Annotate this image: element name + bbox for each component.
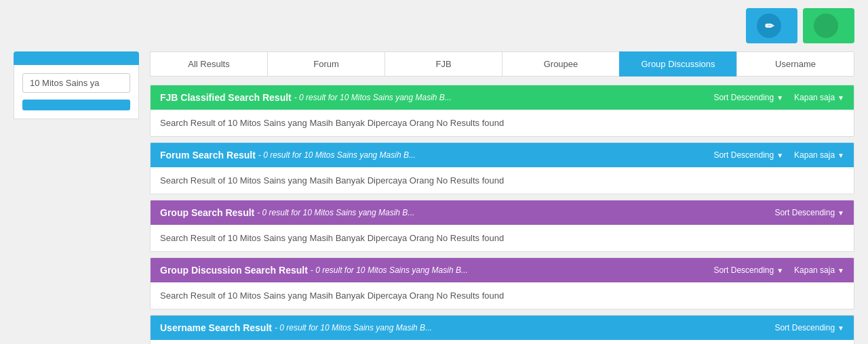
time-arrow-icon: ▼ xyxy=(837,152,844,159)
result-title-group: Group Search Result xyxy=(160,207,254,218)
result-body-forum: Search Result of 10 Mitos Sains yang Mas… xyxy=(151,167,854,194)
result-header-left-group-discussion: Group Discussion Search Result- 0 result… xyxy=(160,265,468,276)
create-thread-button[interactable]: ✏ xyxy=(746,8,797,43)
result-header-right-group-discussion: Sort Descending ▼Kapan saja ▼ xyxy=(713,265,844,275)
refine-search-button[interactable] xyxy=(22,100,130,110)
tab-groupee[interactable]: Groupee xyxy=(502,51,619,77)
result-title-forum: Forum Search Result xyxy=(160,150,256,160)
sort-arrow-icon: ▼ xyxy=(776,152,783,159)
result-body-fjb: Search Result of 10 Mitos Sains yang Mas… xyxy=(151,110,854,136)
sort-dropdown-group[interactable]: Sort Descending ▼ xyxy=(774,208,844,217)
time-dropdown-forum[interactable]: Kapan saja ▼ xyxy=(794,150,844,160)
result-header-left-group: Group Search Result- 0 result for 10 Mit… xyxy=(160,207,414,218)
result-meta-fjb: - 0 result for 10 Mitos Sains yang Masih… xyxy=(294,93,452,102)
result-section-group-discussion: Group Discussion Search Result- 0 result… xyxy=(150,257,854,309)
result-header-right-fjb: Sort Descending ▼Kapan saja ▼ xyxy=(713,93,844,102)
result-header-left-username: Username Search Result- 0 result for 10 … xyxy=(160,322,432,333)
tab-all[interactable]: All Results xyxy=(150,51,267,77)
result-header-forum: Forum Search Result- 0 result for 10 Mit… xyxy=(151,143,854,167)
tab-forum[interactable]: Forum xyxy=(267,51,384,77)
tab-username[interactable]: Username xyxy=(736,51,854,77)
header: ✏ xyxy=(0,0,868,51)
result-title-fjb: FJB Classified Search Result xyxy=(160,92,292,103)
sidebar-body xyxy=(14,65,139,119)
result-header-right-username: Sort Descending ▼ xyxy=(774,323,844,332)
sort-dropdown-forum[interactable]: Sort Descending ▼ xyxy=(713,150,783,160)
result-title-username: Username Search Result xyxy=(160,322,272,333)
result-meta-group-discussion: - 0 result for 10 Mitos Sains yang Masih… xyxy=(311,265,468,275)
sort-arrow-icon: ▼ xyxy=(776,267,783,274)
time-dropdown-group-discussion[interactable]: Kapan saja ▼ xyxy=(794,265,844,275)
result-meta-username: - 0 result for 10 Mitos Sains yang Masih… xyxy=(275,323,432,332)
sort-dropdown-username[interactable]: Sort Descending ▼ xyxy=(774,323,844,332)
result-header-group-discussion: Group Discussion Search Result- 0 result… xyxy=(151,258,854,282)
result-body-group-discussion: Search Result of 10 Mitos Sains yang Mas… xyxy=(151,282,854,309)
sort-arrow-icon: ▼ xyxy=(837,209,844,217)
tab-fjb[interactable]: FJB xyxy=(384,51,502,77)
result-meta-forum: - 0 result for 10 Mitos Sains yang Masih… xyxy=(258,150,416,160)
result-body-username: Search Result of 10 Mitos Sains yang Mas… xyxy=(151,340,854,344)
result-header-username: Username Search Result- 0 result for 10 … xyxy=(151,316,854,340)
sidebar xyxy=(14,51,139,344)
sidebar-header xyxy=(14,51,139,65)
result-header-left-fjb: FJB Classified Search Result- 0 result f… xyxy=(160,92,452,103)
results-container: FJB Classified Search Result- 0 result f… xyxy=(150,85,854,344)
time-arrow-icon: ▼ xyxy=(837,267,844,274)
sort-dropdown-group-discussion[interactable]: Sort Descending ▼ xyxy=(713,265,783,275)
result-section-group: Group Search Result- 0 result for 10 Mit… xyxy=(150,200,854,252)
search-input[interactable] xyxy=(22,73,130,93)
pencil-icon: ✏ xyxy=(757,14,781,38)
result-meta-group: - 0 result for 10 Mitos Sains yang Masih… xyxy=(257,208,414,217)
tab-group-discussions[interactable]: Group Discussions xyxy=(619,51,736,77)
result-header-group: Group Search Result- 0 result for 10 Mit… xyxy=(151,200,854,225)
sort-arrow-icon: ▼ xyxy=(837,324,844,332)
time-arrow-icon: ▼ xyxy=(837,94,844,102)
result-header-left-forum: Forum Search Result- 0 result for 10 Mit… xyxy=(160,150,416,160)
result-title-group-discussion: Group Discussion Search Result xyxy=(160,265,308,276)
result-body-group: Search Result of 10 Mitos Sains yang Mas… xyxy=(151,225,854,251)
result-section-fjb: FJB Classified Search Result- 0 result f… xyxy=(150,85,854,137)
content-area: All ResultsForumFJBGroupeeGroup Discussi… xyxy=(150,51,854,344)
sort-dropdown-fjb[interactable]: Sort Descending ▼ xyxy=(713,93,783,102)
start-selling-button[interactable] xyxy=(803,8,854,43)
result-header-right-group: Sort Descending ▼ xyxy=(774,208,844,217)
rp-icon xyxy=(814,14,838,38)
time-dropdown-fjb[interactable]: Kapan saja ▼ xyxy=(794,93,844,102)
sort-arrow-icon: ▼ xyxy=(776,94,783,102)
result-header-fjb: FJB Classified Search Result- 0 result f… xyxy=(151,85,854,110)
result-section-forum: Forum Search Result- 0 result for 10 Mit… xyxy=(150,142,854,194)
result-header-right-forum: Sort Descending ▼Kapan saja ▼ xyxy=(713,150,844,160)
tabs-row: All ResultsForumFJBGroupeeGroup Discussi… xyxy=(150,51,854,77)
result-section-username: Username Search Result- 0 result for 10 … xyxy=(150,315,854,344)
main-layout: All ResultsForumFJBGroupeeGroup Discussi… xyxy=(0,51,868,344)
